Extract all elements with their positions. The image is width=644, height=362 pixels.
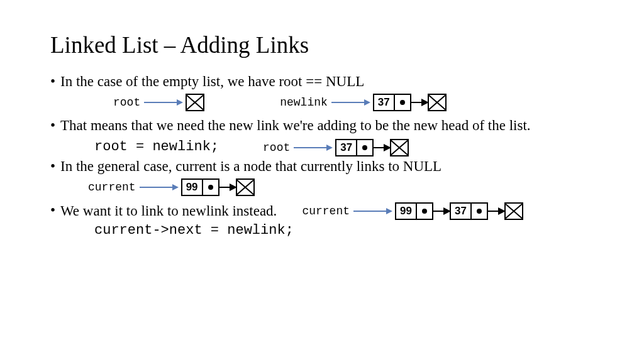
newlink-label: newlink	[280, 96, 328, 109]
slide-title: Linked List – Adding Links	[50, 31, 594, 58]
node-99-b: 99	[395, 202, 433, 220]
pointer-dot-icon	[357, 140, 372, 155]
bullet-3: In the general case, current is a node t…	[50, 158, 594, 175]
node-37-c: 37	[450, 202, 488, 220]
diagram-row-1: root newlink 37	[113, 94, 594, 111]
current-99-group: current 99	[88, 178, 255, 196]
current-label-2: current	[302, 205, 350, 217]
bullet-2: That means that we need the new link we'…	[50, 118, 594, 134]
arrow-icon	[353, 211, 391, 212]
node-37: 37	[373, 94, 411, 111]
node-37-b: 37	[335, 139, 374, 156]
node-value: 37	[374, 95, 395, 110]
pointer-dot-icon	[203, 180, 218, 195]
root-null-group: root	[113, 94, 204, 111]
pointer-dot-icon	[395, 95, 410, 110]
code-line-1: root = newlink;	[94, 139, 219, 155]
node-value: 99	[182, 180, 203, 195]
arrow-icon	[331, 102, 369, 103]
arrow-icon	[433, 211, 450, 212]
arrow-icon	[140, 187, 177, 188]
null-box-icon	[236, 178, 255, 196]
pointer-dot-icon	[472, 204, 487, 219]
current-label: current	[88, 181, 136, 194]
arrow-icon	[488, 211, 504, 212]
diagram-row-3: current 99	[88, 178, 594, 196]
null-box-icon	[428, 94, 447, 111]
root-37-group: root 37	[263, 139, 409, 156]
arrow-icon	[374, 147, 390, 148]
node-value: 37	[451, 204, 472, 219]
code-line-2: current->next = newlink;	[94, 222, 594, 238]
current-99-37-group: current 99 37	[302, 202, 523, 220]
arrow-icon	[411, 102, 428, 103]
node-value: 99	[396, 204, 417, 219]
pointer-dot-icon	[417, 204, 432, 219]
bullet-1-text: In the case of the empty list, we have r…	[60, 74, 364, 89]
newlink-37-group: newlink 37	[280, 94, 447, 111]
node-99: 99	[181, 178, 219, 196]
bullet-4-text: We want it to link to newlink instead.	[60, 203, 277, 219]
null-box-icon	[186, 94, 204, 111]
null-box-icon	[504, 202, 523, 220]
code-row-1-container: root = newlink; root 37	[50, 136, 594, 158]
content-list: In the case of the empty list, we have r…	[50, 74, 594, 238]
arrow-icon	[294, 147, 331, 148]
node-value: 37	[336, 140, 357, 155]
bullet-2-text: That means that we need the new link we'…	[60, 118, 531, 133]
bullet-1: In the case of the empty list, we have r…	[50, 74, 594, 90]
root-label-2: root	[263, 141, 290, 154]
null-box-icon	[390, 139, 409, 156]
bullet-4: We want it to link to newlink instead. c…	[50, 202, 594, 220]
slide: Linked List – Adding Links In the case o…	[0, 0, 644, 362]
root-label: root	[113, 96, 140, 109]
arrow-icon	[219, 187, 236, 188]
arrow-icon	[144, 102, 182, 103]
bullet-3-text: In the general case, current is a node t…	[60, 158, 441, 174]
